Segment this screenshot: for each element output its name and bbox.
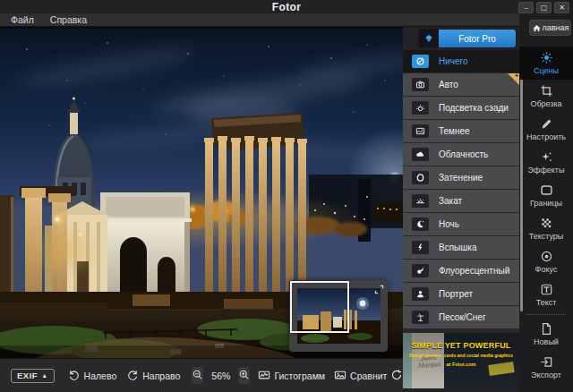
tool-list: СценыОбрезкаНастроитьЭффектыГраницыТекст… xyxy=(519,47,573,384)
navigator-viewport[interactable] xyxy=(290,281,349,333)
exif-button[interactable]: EXIF ▲ xyxy=(11,369,55,383)
text-icon xyxy=(540,283,553,296)
pro-button-label: Fotor Pro xyxy=(439,30,516,47)
scene-item[interactable]: Затенение xyxy=(403,166,519,189)
scene-label: Портрет xyxy=(439,289,473,299)
tool-label: Текст xyxy=(536,298,557,307)
tool-item[interactable]: Эффекты xyxy=(519,146,573,179)
tool-item[interactable]: Фокус xyxy=(519,245,573,278)
rotate-left-label: Налево xyxy=(84,371,117,381)
fotor-pro-button[interactable]: Fotor Pro xyxy=(419,30,516,47)
night-icon xyxy=(412,217,429,231)
home-icon xyxy=(532,23,542,33)
exif-label: EXIF xyxy=(17,371,38,380)
histogram-button[interactable]: Гистограмм xyxy=(258,369,325,383)
scene-label: Ночь xyxy=(439,219,459,229)
bottom-toolbar: EXIF ▲ Налево Направо 56% Гистограмм Сра… xyxy=(0,358,403,392)
tool-item[interactable]: Экспорт xyxy=(519,351,573,384)
focus-icon xyxy=(540,250,553,263)
scene-item[interactable]: Песок/Снег xyxy=(403,306,519,328)
home-button[interactable]: лавная xyxy=(529,20,571,36)
tool-item[interactable]: Обрезка xyxy=(519,80,573,113)
compare-label: Сравнит xyxy=(350,371,387,381)
histogram-label: Гистограмм xyxy=(274,371,325,381)
pro-row: Fotor Pro xyxy=(403,27,519,50)
portrait-icon xyxy=(412,287,429,301)
scene-item[interactable]: Авто+ xyxy=(403,73,519,96)
navigator-panel[interactable] xyxy=(289,280,388,352)
none-icon xyxy=(412,55,429,68)
darker-icon xyxy=(412,124,429,138)
tool-item[interactable]: Настроить xyxy=(519,113,573,146)
scene-item[interactable]: Подсветка сзади xyxy=(403,97,519,119)
zoom-in-icon xyxy=(238,369,250,382)
zoom-in-button[interactable] xyxy=(238,367,250,384)
cloudy-icon xyxy=(412,148,429,161)
tool-item[interactable]: Текстуры xyxy=(519,212,573,245)
ad-banner[interactable]: Janet Morgan SIMPLE YET POWERFUL Design … xyxy=(403,333,519,388)
tool-label: Настроить xyxy=(526,132,566,141)
ad-site: at Fotor.com xyxy=(403,362,519,367)
scenes-panel: Fotor Pro НичегоАвто+Подсветка сзадиТемн… xyxy=(403,27,519,392)
scene-item[interactable]: Ночь xyxy=(403,213,519,235)
rotate-right-icon xyxy=(126,369,139,383)
effects-icon xyxy=(540,150,553,164)
rotate-left-icon xyxy=(68,369,81,383)
scene-label: Вспышка xyxy=(439,243,476,252)
scene-list: НичегоАвто+Подсветка сзадиТемнееОблачнос… xyxy=(403,50,519,329)
photo-canvas[interactable] xyxy=(0,27,403,358)
export-icon xyxy=(540,355,553,369)
scene-label: Подсветка сзади xyxy=(439,103,509,113)
scene-label: Темнее xyxy=(439,126,470,136)
reset-icon xyxy=(390,369,403,383)
home-label: лавная xyxy=(543,23,569,32)
compare-button[interactable]: Сравнит xyxy=(334,369,387,383)
scene-item[interactable]: Флуоресцентный xyxy=(403,260,519,282)
tool-label: Эффекты xyxy=(528,166,565,175)
tool-item[interactable]: Текст xyxy=(519,278,573,311)
tool-divider xyxy=(526,314,566,315)
scene-item[interactable]: Закат xyxy=(403,190,519,212)
exif-arrow-icon: ▲ xyxy=(41,372,47,379)
app-title: Fotor xyxy=(0,1,573,13)
tool-item[interactable]: Границы xyxy=(519,179,573,212)
scene-label: Облачность xyxy=(439,149,488,159)
rotate-right-button[interactable]: Направо xyxy=(126,369,180,383)
fotor-window: Fotor – ▢ ✕ Файл Справка xyxy=(0,0,573,392)
menu-bar: Файл Справка xyxy=(0,13,519,27)
backlight-icon xyxy=(412,101,429,115)
zoom-out-button[interactable] xyxy=(192,367,203,384)
menu-help[interactable]: Справка xyxy=(50,14,87,25)
close-button[interactable]: ✕ xyxy=(554,2,569,13)
title-bar: Fotor xyxy=(0,0,573,13)
scene-label: Ничего xyxy=(439,56,468,66)
sand-snow-icon xyxy=(412,311,429,324)
tool-item[interactable]: Сцены xyxy=(519,47,573,80)
maximize-button[interactable]: ▢ xyxy=(536,2,552,13)
scene-item[interactable]: Вспышка xyxy=(403,236,519,259)
compare-icon xyxy=(334,369,346,383)
scene-item[interactable]: Темнее xyxy=(403,120,519,142)
zoom-out-icon xyxy=(192,369,203,382)
scenes-icon xyxy=(540,51,553,64)
navigator-resize-icon[interactable] xyxy=(373,283,385,294)
tool-label: Экспорт xyxy=(531,371,561,379)
minimize-button[interactable]: – xyxy=(518,2,534,13)
scene-label: Закат xyxy=(439,196,462,206)
scene-item[interactable]: Облачность xyxy=(403,143,519,166)
fluorescent-icon xyxy=(412,264,429,277)
scene-item[interactable]: Портрет xyxy=(403,283,519,305)
tool-item[interactable]: Новый xyxy=(519,318,573,351)
tool-rail: лавная СценыОбрезкаНастроитьЭффектыГрани… xyxy=(519,0,573,392)
histogram-icon xyxy=(258,369,270,383)
new-icon xyxy=(540,322,553,336)
menu-file[interactable]: Файл xyxy=(11,14,34,25)
flash-icon xyxy=(412,241,429,254)
camera-icon xyxy=(412,78,429,91)
pro-diamond-icon xyxy=(419,30,439,47)
tool-label: Новый xyxy=(534,337,559,346)
scene-item[interactable]: Ничего xyxy=(403,50,519,72)
borders-icon xyxy=(540,183,553,197)
scene-label: Авто xyxy=(439,80,458,89)
rotate-left-button[interactable]: Налево xyxy=(68,369,117,383)
